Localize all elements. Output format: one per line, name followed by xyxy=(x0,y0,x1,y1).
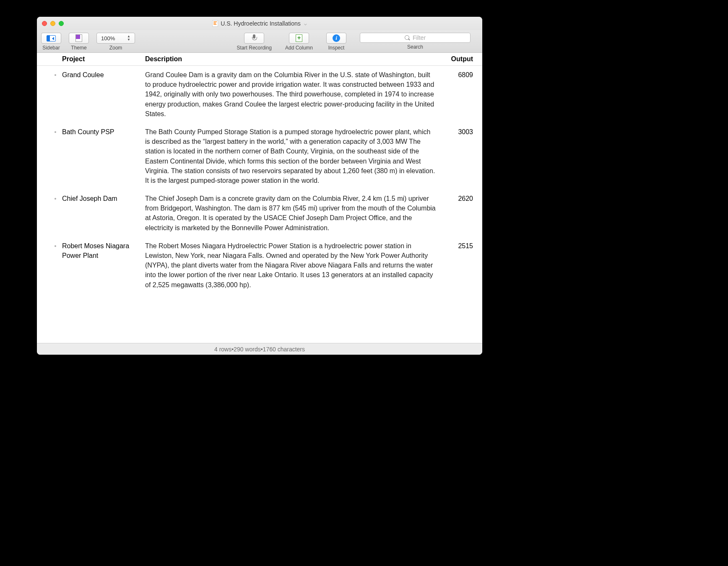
cell-description[interactable]: The Chief Joseph Dam is a concrete gravi… xyxy=(145,194,444,233)
search-toolbar-item: Filter Search xyxy=(360,33,471,50)
bullet-icon: • xyxy=(49,194,62,233)
cell-project[interactable]: Chief Joseph Dam xyxy=(62,194,145,233)
theme-button[interactable] xyxy=(69,33,89,44)
titlebar[interactable]: U.S. Hydroelectric Installations ⌵ xyxy=(37,17,482,30)
table-row[interactable]: •Robert Moses Niagara Power PlantThe Rob… xyxy=(37,237,482,294)
rows-container[interactable]: •Grand CouleeGrand Coulee Dam is a gravi… xyxy=(37,66,482,343)
cell-output[interactable]: 2620 xyxy=(444,194,477,233)
column-header-row: Project Description Output xyxy=(37,53,482,66)
search-icon xyxy=(405,35,410,41)
close-button[interactable] xyxy=(42,21,47,26)
cell-project[interactable]: Bath County PSP xyxy=(62,127,145,185)
zoom-combobox[interactable]: 100% ▲▼ xyxy=(96,33,135,44)
cell-description[interactable]: The Bath County Pumped Storage Station i… xyxy=(145,127,444,185)
search-label: Search xyxy=(407,44,423,50)
info-icon: i xyxy=(333,34,340,42)
microphone-icon xyxy=(251,34,257,42)
zoom-window-button[interactable] xyxy=(59,21,64,26)
sidebar-toggle-button[interactable] xyxy=(41,33,61,44)
cell-project[interactable]: Grand Coulee xyxy=(62,70,145,119)
inspect-label: Inspect xyxy=(328,45,345,51)
column-header-output[interactable]: Output xyxy=(444,55,477,63)
cell-description[interactable]: The Robert Moses Niagara Hydroelectric P… xyxy=(145,241,444,290)
start-recording-label: Start Recording xyxy=(237,45,272,51)
window-title-group[interactable]: U.S. Hydroelectric Installations ⌵ xyxy=(212,20,307,27)
zoom-toolbar-item: 100% ▲▼ Zoom xyxy=(96,33,135,51)
inspect-toolbar-item: i Inspect xyxy=(326,33,346,51)
bullet-icon: • xyxy=(49,127,62,185)
cell-output[interactable]: 2515 xyxy=(444,241,477,290)
table-row[interactable]: •Chief Joseph DamThe Chief Joseph Dam is… xyxy=(37,190,482,237)
sidebar-icon xyxy=(47,35,56,42)
add-column-button[interactable] xyxy=(289,33,309,44)
status-words: 290 words xyxy=(234,346,261,353)
record-toolbar-item: Start Recording xyxy=(237,33,272,51)
filter-placeholder: Filter xyxy=(413,34,426,41)
cell-description[interactable]: Grand Coulee Dam is a gravity dam on the… xyxy=(145,70,444,119)
window-title: U.S. Hydroelectric Installations xyxy=(221,20,301,27)
filter-search-field[interactable]: Filter xyxy=(360,33,471,43)
sidebar-label: Sidebar xyxy=(42,45,60,51)
column-header-project[interactable]: Project xyxy=(62,55,145,63)
content-area: Project Description Output •Grand Coulee… xyxy=(37,53,482,343)
stepper-icon: ▲▼ xyxy=(127,35,130,42)
add-column-toolbar-item: Add Column xyxy=(285,33,313,51)
inspect-button[interactable]: i xyxy=(326,33,346,44)
start-recording-button[interactable] xyxy=(244,33,264,44)
app-window: U.S. Hydroelectric Installations ⌵ Sideb… xyxy=(37,17,482,355)
toolbar: Sidebar Theme 100% ▲▼ Zoom Start Recordi… xyxy=(37,30,482,53)
bullet-icon: • xyxy=(49,70,62,119)
cell-output[interactable]: 3003 xyxy=(444,127,477,185)
status-bar: 4 rows • 290 words • 1760 characters xyxy=(37,343,482,355)
status-rows: 4 rows xyxy=(214,346,231,353)
cell-project[interactable]: Robert Moses Niagara Power Plant xyxy=(62,241,145,290)
zoom-label: Zoom xyxy=(109,45,122,51)
column-header-description[interactable]: Description xyxy=(145,55,444,63)
table-row[interactable]: •Bath County PSPThe Bath County Pumped S… xyxy=(37,123,482,190)
zoom-value: 100% xyxy=(101,35,115,42)
sidebar-toolbar-item: Sidebar xyxy=(41,33,61,51)
chevron-down-icon: ⌵ xyxy=(304,21,307,26)
theme-toolbar-item: Theme xyxy=(69,33,89,51)
status-chars: 1760 characters xyxy=(263,346,305,353)
cell-output[interactable]: 6809 xyxy=(444,70,477,119)
table-row[interactable]: •Grand CouleeGrand Coulee Dam is a gravi… xyxy=(37,66,482,123)
toolbar-right-group: Start Recording Add Column i Inspect Fil… xyxy=(237,33,478,51)
add-column-icon xyxy=(296,34,302,42)
minimize-button[interactable] xyxy=(50,21,55,26)
theme-icon xyxy=(75,34,82,42)
bullet-icon: • xyxy=(49,241,62,290)
traffic-lights xyxy=(37,21,64,26)
theme-label: Theme xyxy=(71,45,86,51)
document-icon xyxy=(212,20,218,27)
add-column-label: Add Column xyxy=(285,45,313,51)
